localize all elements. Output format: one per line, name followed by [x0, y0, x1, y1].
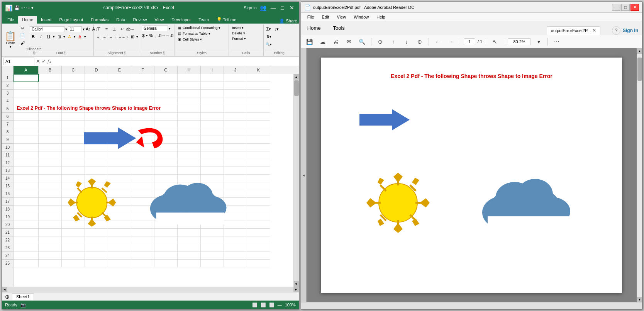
- cell-f19[interactable]: [131, 213, 154, 221]
- cell-h20[interactable]: [178, 221, 201, 229]
- cell-h5[interactable]: [178, 105, 201, 113]
- cell-c17[interactable]: [62, 198, 85, 206]
- cell-f16[interactable]: [131, 190, 154, 198]
- insert-function-icon[interactable]: 𝑓𝑥: [47, 58, 51, 65]
- format-as-table-btn[interactable]: ▤ Format as Table ▾: [176, 31, 227, 36]
- cell-g8[interactable]: [154, 128, 178, 136]
- percent-btn[interactable]: $: [142, 32, 145, 39]
- copy-button[interactable]: 📄: [18, 32, 27, 39]
- cell-h25[interactable]: [178, 260, 201, 267]
- cell-g3[interactable]: [154, 90, 178, 97]
- cell-g5[interactable]: [154, 105, 178, 113]
- cell-d16[interactable]: [85, 190, 108, 198]
- cell-d25[interactable]: [85, 260, 108, 267]
- share-btn[interactable]: 👤 Share: [279, 19, 297, 24]
- cell-k25[interactable]: [247, 260, 270, 267]
- cell-j20[interactable]: [224, 221, 247, 229]
- menu-help[interactable]: Help: [373, 14, 388, 20]
- cell-a22[interactable]: [14, 236, 39, 244]
- cell-e3[interactable]: [108, 90, 131, 97]
- format-painter-button[interactable]: 🖌: [18, 40, 27, 46]
- row-header-3[interactable]: 3: [2, 90, 13, 97]
- merge-center-btn[interactable]: ⊞: [130, 33, 136, 40]
- cell-i9[interactable]: [201, 136, 224, 144]
- cell-h22[interactable]: [178, 236, 201, 244]
- row-header-1[interactable]: 1: [2, 74, 13, 82]
- cell-i14[interactable]: [201, 175, 224, 182]
- cell-g4[interactable]: [154, 97, 178, 105]
- cell-i15[interactable]: [201, 182, 224, 190]
- cell-i23[interactable]: [201, 244, 224, 252]
- menu-file[interactable]: File: [304, 14, 317, 20]
- cell-a21[interactable]: [14, 229, 39, 236]
- cell-d18[interactable]: [85, 206, 108, 213]
- cell-a19[interactable]: [14, 213, 39, 221]
- cell-h2[interactable]: [178, 82, 201, 90]
- cell-g12[interactable]: [154, 159, 178, 167]
- cell-e1[interactable]: [108, 74, 131, 82]
- cell-h12[interactable]: [178, 159, 201, 167]
- cell-i8[interactable]: [201, 128, 224, 136]
- cell-i1[interactable]: [201, 74, 224, 82]
- cell-i6[interactable]: [201, 113, 224, 121]
- zoom-dropdown[interactable]: ▾: [533, 37, 544, 47]
- cell-k21[interactable]: [247, 229, 270, 236]
- row-header-25[interactable]: 25: [2, 260, 13, 267]
- bottom-align-btn[interactable]: ⊥: [111, 25, 118, 32]
- col-header-j[interactable]: J: [224, 66, 247, 74]
- cell-g9[interactable]: [154, 136, 178, 144]
- cell-h11[interactable]: [178, 151, 201, 159]
- cell-e4[interactable]: [108, 97, 131, 105]
- cell-k12[interactable]: [247, 159, 270, 167]
- merge-dropdown[interactable]: ▾: [136, 35, 138, 39]
- cell-e20[interactable]: [108, 221, 131, 229]
- font-size-dropdown[interactable]: ▾: [83, 27, 85, 31]
- cell-a10[interactable]: [14, 144, 39, 151]
- cell-d19[interactable]: [85, 213, 108, 221]
- cell-e14[interactable]: [108, 175, 131, 182]
- tab-data[interactable]: Data: [112, 16, 129, 24]
- cell-g11[interactable]: [154, 151, 178, 159]
- cell-c5[interactable]: [62, 105, 85, 113]
- cell-i16[interactable]: [201, 190, 224, 198]
- cell-h15[interactable]: [178, 182, 201, 190]
- col-header-g[interactable]: G: [154, 66, 178, 74]
- cell-f12[interactable]: [131, 159, 154, 167]
- left-align-btn[interactable]: ≡: [95, 33, 101, 40]
- menu-edit[interactable]: Edit: [319, 14, 332, 20]
- orientation-btn[interactable]: ab→: [126, 27, 134, 31]
- cell-d1[interactable]: [85, 74, 108, 82]
- cell-a6[interactable]: [14, 113, 39, 121]
- cell-c22[interactable]: [62, 236, 85, 244]
- scroll-left-btn[interactable]: ◄: [2, 287, 7, 292]
- search-tool-btn[interactable]: 🔍: [357, 37, 368, 47]
- cell-g2[interactable]: [154, 82, 178, 90]
- tab-page-layout[interactable]: Page Layout: [56, 16, 87, 24]
- col-header-i[interactable]: I: [201, 66, 224, 74]
- row-header-18[interactable]: 18: [2, 206, 13, 213]
- cell-e23[interactable]: [108, 244, 131, 252]
- cell-e17[interactable]: [108, 198, 131, 206]
- col-header-h[interactable]: H: [178, 66, 201, 74]
- cell-g7[interactable]: [154, 121, 178, 128]
- decrease-indent-btn[interactable]: ←≡: [115, 33, 122, 40]
- cell-d3[interactable]: [85, 90, 108, 97]
- cell-c13[interactable]: [62, 167, 85, 175]
- cell-b18[interactable]: [39, 206, 62, 213]
- cell-c14[interactable]: [62, 175, 85, 182]
- cell-j15[interactable]: [224, 182, 247, 190]
- comma-btn[interactable]: ,: [154, 32, 158, 39]
- cell-j19[interactable]: [224, 213, 247, 221]
- cell-d15[interactable]: [85, 182, 108, 190]
- more-tools-btn[interactable]: ⋯: [551, 37, 562, 47]
- page-number-input[interactable]: [464, 38, 475, 45]
- cell-f6[interactable]: [131, 113, 154, 121]
- cell-k13[interactable]: [247, 167, 270, 175]
- corner-cell[interactable]: [2, 66, 14, 74]
- cell-h1[interactable]: [178, 74, 201, 82]
- cell-b23[interactable]: [39, 244, 62, 252]
- cell-d4[interactable]: [85, 97, 108, 105]
- cell-k17[interactable]: [247, 198, 270, 206]
- cell-e24[interactable]: [108, 252, 131, 260]
- center-align-btn[interactable]: ≡: [102, 33, 108, 40]
